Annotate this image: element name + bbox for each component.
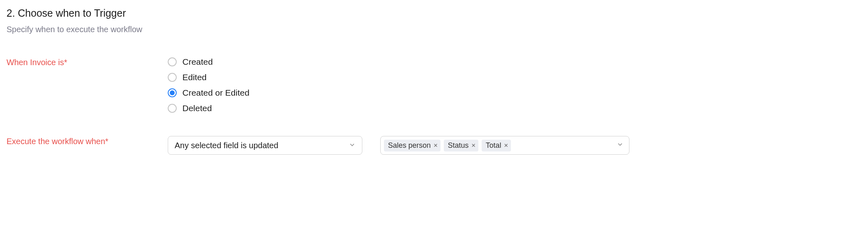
execute-row: Execute the workflow when* Any selected …	[7, 136, 861, 155]
radio-option-edited[interactable]: Edited	[168, 72, 250, 82]
section-subtitle: Specify when to execute the workflow	[7, 25, 861, 34]
radio-option-created[interactable]: Created	[168, 57, 250, 67]
radio-icon	[168, 73, 177, 82]
execute-label: Execute the workflow when*	[7, 136, 168, 146]
execute-condition-value: Any selected field is updated	[175, 141, 278, 150]
radio-label-deleted: Deleted	[182, 103, 212, 113]
execute-fields-select[interactable]: Sales person Status Total	[380, 136, 629, 155]
radio-option-deleted[interactable]: Deleted	[168, 103, 250, 113]
tags-container: Sales person Status Total	[384, 140, 511, 151]
radio-label-edited: Edited	[182, 72, 207, 82]
execute-condition-select[interactable]: Any selected field is updated	[168, 136, 362, 155]
tag-status: Status	[444, 140, 478, 151]
chevron-down-icon	[617, 141, 623, 149]
radio-icon	[168, 104, 177, 113]
trigger-label: When Invoice is*	[7, 57, 168, 67]
tag-label: Total	[486, 141, 501, 150]
trigger-radio-group: Created Edited Created or Edited Deleted	[168, 57, 250, 113]
tag-label: Sales person	[388, 141, 431, 150]
tag-remove-button[interactable]	[504, 143, 509, 148]
radio-label-created: Created	[182, 57, 213, 67]
tag-label: Status	[448, 141, 469, 150]
radio-label-created-or-edited: Created or Edited	[182, 88, 250, 98]
chevron-down-icon	[349, 141, 355, 150]
tag-remove-button[interactable]	[433, 143, 438, 148]
radio-icon	[168, 88, 177, 97]
tag-remove-button[interactable]	[471, 143, 476, 148]
trigger-row: When Invoice is* Created Edited Created …	[7, 57, 861, 113]
radio-icon	[168, 57, 177, 66]
tag-total: Total	[482, 140, 511, 151]
tag-sales-person: Sales person	[384, 140, 441, 151]
radio-option-created-or-edited[interactable]: Created or Edited	[168, 88, 250, 98]
section-title: 2. Choose when to Trigger	[7, 7, 861, 19]
